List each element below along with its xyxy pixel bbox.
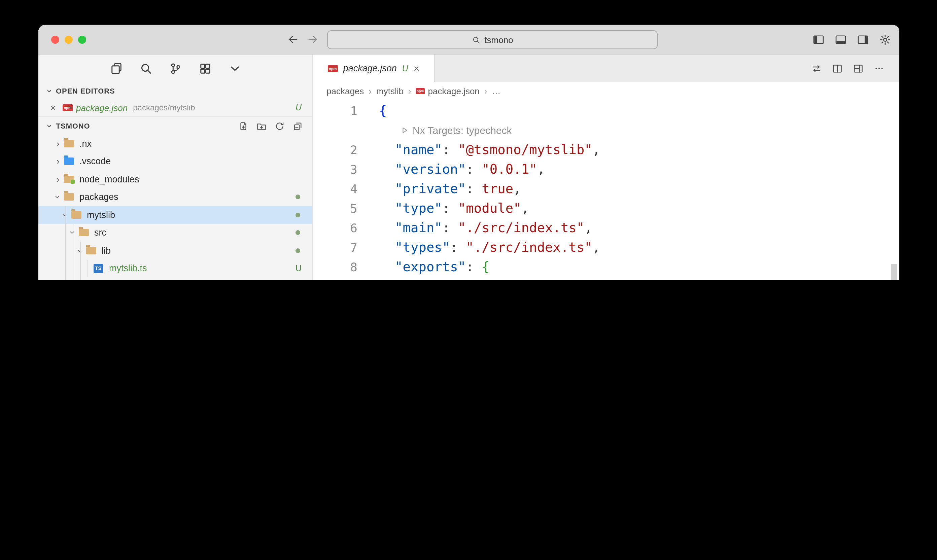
- line-number: 7: [313, 238, 357, 257]
- code-line-text: "type": "module",: [357, 198, 529, 218]
- more-icon[interactable]: [874, 63, 885, 74]
- tree-item-index-ts[interactable]: TSindex.tsU: [38, 277, 312, 280]
- refresh-icon[interactable]: [275, 121, 285, 131]
- gear-icon[interactable]: [879, 33, 891, 45]
- file-tree: ›.nx›.vscode›node_modules›packages›mytsl…: [38, 135, 312, 280]
- indent-guide: [73, 224, 73, 280]
- open-editor-file-path: packages/mytslib: [133, 103, 195, 112]
- chevron-down-icon[interactable]: [228, 62, 241, 75]
- code-line-text: {: [357, 101, 387, 120]
- chevron-down-icon[interactable]: ›: [53, 191, 63, 203]
- forward-icon[interactable]: [307, 34, 318, 45]
- code-line-4[interactable]: 4 "private": true,: [313, 179, 899, 198]
- code-line-text: "version": "0.0.1",: [357, 160, 545, 179]
- back-icon[interactable]: [288, 34, 299, 45]
- collapse-all-icon[interactable]: [293, 121, 303, 131]
- tree-item-lib[interactable]: ›lib: [38, 242, 312, 260]
- breadcrumb-separator: ›: [484, 86, 487, 96]
- tree-item-packages[interactable]: ›packages: [38, 188, 312, 206]
- codelens-link[interactable]: Nx Targets: typecheck: [357, 120, 512, 140]
- panel-left-icon[interactable]: [812, 33, 825, 45]
- extensions-icon[interactable]: [198, 62, 212, 75]
- chevron-down-icon: ›: [45, 85, 55, 97]
- line-number: 3: [313, 160, 357, 179]
- tree-item-label: mytslib.ts: [109, 263, 147, 274]
- new-folder-icon[interactable]: [257, 121, 266, 131]
- new-file-icon[interactable]: [238, 121, 248, 131]
- explorer-actions: [238, 121, 312, 131]
- breadcrumb-label: package.json: [428, 86, 480, 96]
- code-line-5[interactable]: 5 "type": "module",: [313, 198, 899, 218]
- chevron-right-icon[interactable]: ›: [52, 157, 64, 166]
- npm-icon: npm: [328, 65, 338, 72]
- tree-item-node-modules[interactable]: ›node_modules: [38, 170, 312, 188]
- close-tab-icon[interactable]: ×: [414, 63, 420, 73]
- activity-bar: [38, 54, 312, 83]
- command-center-search[interactable]: tsmono: [327, 30, 658, 49]
- tree-item-mytslib-ts[interactable]: TSmytslib.tsU: [38, 260, 312, 277]
- code-line-text: "types": "./src/index.ts",: [357, 238, 600, 257]
- code-line-text: ".": {: [357, 277, 458, 280]
- code-line-1[interactable]: 1{: [313, 101, 899, 120]
- npm-icon: npm: [63, 104, 73, 111]
- source-control-icon[interactable]: [169, 62, 182, 75]
- editor-actions: [811, 54, 899, 82]
- breadcrumb-item-packages[interactable]: packages: [326, 86, 364, 96]
- vscode-window: tsmono › OPEN EDITORS × npm package.json…: [38, 25, 899, 280]
- line-number: 6: [313, 218, 357, 238]
- npm-icon: npm: [416, 88, 425, 94]
- tree-item-label: .vscode: [79, 157, 111, 166]
- folder-icon: [64, 158, 78, 165]
- open-editors-header[interactable]: › OPEN EDITORS: [38, 83, 312, 99]
- code-line-3[interactable]: 3 "version": "0.0.1",: [313, 160, 899, 179]
- open-editor-file-name: package.json: [76, 103, 128, 113]
- files-icon[interactable]: [109, 62, 123, 75]
- chevron-right-icon[interactable]: ›: [52, 138, 64, 149]
- code-line-7[interactable]: 7 "types": "./src/index.ts",: [313, 238, 899, 257]
- line-number: 1: [313, 101, 357, 120]
- workspace-name-label: TSMONO: [56, 122, 90, 130]
- tree-item-label: src: [94, 228, 106, 238]
- close-window-button[interactable]: [51, 35, 59, 43]
- editor-pane[interactable]: 1{Nx Targets: typecheck2 "name": "@tsmon…: [313, 100, 899, 280]
- codelens-row: Nx Targets: typecheck: [313, 120, 899, 140]
- title-bar-actions: [812, 25, 892, 54]
- tab-label: package.json: [343, 63, 397, 73]
- panel-right-icon[interactable]: [857, 33, 869, 45]
- tree-item-nx[interactable]: ›.nx: [38, 135, 312, 152]
- minimize-window-button[interactable]: [65, 35, 73, 43]
- code-line-2[interactable]: 2 "name": "@tsmono/mytslib",: [313, 140, 899, 160]
- tab-package-json[interactable]: npm package.json U ×: [313, 54, 435, 82]
- compare-icon[interactable]: [811, 63, 822, 74]
- git-status-badge: U: [295, 103, 302, 112]
- command-center-text: tsmono: [484, 35, 513, 45]
- layout-icon[interactable]: [853, 63, 864, 74]
- tree-item-label: node_modules: [79, 174, 139, 185]
- open-editor-item-package-json[interactable]: × npm package.json packages/mytslib U: [38, 99, 312, 117]
- tree-item-vscode[interactable]: ›.vscode: [38, 152, 312, 170]
- close-icon[interactable]: ×: [48, 102, 58, 113]
- tab-bar: npm package.json U ×: [313, 54, 899, 82]
- tree-item-mytslib[interactable]: ›mytslib: [38, 206, 312, 224]
- breadcrumb-item-package-json[interactable]: npmpackage.json: [416, 86, 480, 96]
- tree-item-label: .nx: [79, 138, 92, 149]
- tree-item-src[interactable]: ›src: [38, 224, 312, 242]
- changes-dot-badge: [295, 213, 300, 217]
- panel-bottom-icon[interactable]: [835, 33, 847, 45]
- breadcrumb-item-[interactable]: …: [492, 86, 501, 96]
- search-icon[interactable]: [139, 62, 152, 75]
- explorer-section-header[interactable]: › TSMONO: [38, 117, 312, 135]
- code-line-8[interactable]: 8 "exports": {: [313, 257, 899, 277]
- typescript-icon: TS: [94, 264, 108, 273]
- code-line-6[interactable]: 6 "main": "./src/index.ts",: [313, 218, 899, 238]
- chevron-right-icon[interactable]: ›: [52, 174, 64, 185]
- code-line-9[interactable]: 9 ".": {: [313, 277, 899, 280]
- breadcrumb-item-mytslib[interactable]: mytslib: [376, 86, 403, 96]
- search-icon: [472, 35, 480, 44]
- history-navigation: [288, 25, 318, 54]
- split-editor-icon[interactable]: [832, 63, 843, 74]
- code-line-text: "main": "./src/index.ts",: [357, 218, 592, 238]
- codelens-text: Nx Targets: typecheck: [412, 120, 512, 140]
- chevron-down-icon: ›: [45, 120, 55, 132]
- zoom-window-button[interactable]: [78, 35, 86, 43]
